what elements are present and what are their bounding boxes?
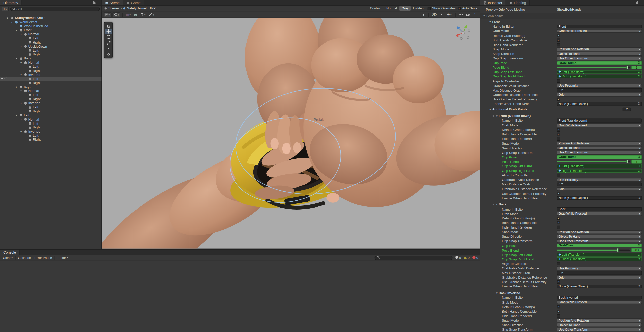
object-picker-icon[interactable]: ⊙	[638, 61, 640, 65]
dropdown-field[interactable]: Use Other Transform▾	[557, 328, 642, 331]
hierarchy-row-left[interactable]: Left	[0, 65, 101, 69]
object-picker-icon[interactable]: ⊙	[638, 169, 640, 172]
hierarchy-row-left[interactable]: Left	[0, 93, 101, 97]
2d-toggle-button[interactable]: 2D	[431, 12, 438, 17]
hierarchy-row-right[interactable]: Right	[0, 138, 101, 142]
dropdown-field[interactable]: Use Other Transform▾	[557, 151, 642, 154]
object-field[interactable]: ✛Right (Transform)⊙	[557, 169, 642, 173]
hierarchy-row-right[interactable]: Right	[0, 97, 101, 101]
foldout-icon[interactable]: ▾	[19, 101, 23, 105]
hierarchy-search[interactable]: ▾	[10, 7, 100, 11]
foldout-icon[interactable]: ▾	[495, 291, 499, 295]
object-field[interactable]: ✛Left (Transform)⊙	[557, 70, 642, 74]
grip-pose-field[interactable]: GrabClaw⊙	[557, 244, 642, 247]
text-field[interactable]: Front (Upside down)	[557, 119, 642, 122]
effects-toggle-button[interactable]: ★▾	[446, 12, 453, 17]
checkbox[interactable]: ✓	[557, 98, 560, 101]
checkbox[interactable]: ✓	[557, 34, 560, 37]
text-field[interactable]: Back Inverted	[557, 296, 642, 300]
drag-handle-icon[interactable]: ≡	[493, 115, 494, 117]
hierarchy-row-left[interactable]: Left	[0, 77, 101, 81]
dropdown-field[interactable]: Position And Rotation▾	[557, 230, 642, 234]
foldout-icon[interactable]: ▾	[19, 73, 23, 76]
audio-toggle-button[interactable]	[439, 12, 445, 17]
hierarchy-row-front[interactable]: ▾Front	[0, 28, 101, 32]
hierarchy-row-inverted[interactable]: ▾Inverted	[0, 73, 101, 77]
checkbox[interactable]: ✓	[557, 128, 560, 132]
dropdown-field[interactable]: Object To Hand▾	[557, 323, 642, 327]
object-field[interactable]: None (Game Object)⊙	[557, 196, 642, 200]
camera-settings-button[interactable]	[465, 12, 471, 17]
context-normal-button[interactable]: Normal	[384, 6, 399, 11]
snap-toggle-button[interactable]: ⊞	[133, 12, 138, 17]
console-search-input[interactable]	[381, 256, 450, 260]
dropdown-field[interactable]: Use Proximity▾	[557, 178, 642, 182]
pose-blend-slider[interactable]: 1	[557, 160, 642, 163]
object-picker-icon[interactable]: ⊙	[638, 253, 640, 256]
breadcrumb-scenes[interactable]: Scenes	[104, 7, 119, 10]
array-size-field[interactable]: 7	[623, 108, 631, 111]
slider-handle[interactable]	[626, 160, 628, 163]
grab-points-section-header[interactable]: ▾ Grab points	[480, 13, 644, 19]
scale-tool-button[interactable]	[105, 40, 112, 46]
dropdown-field[interactable]: Object To Hand▾	[557, 235, 642, 238]
inspector-menu-icon[interactable]: ⋮	[640, 1, 643, 5]
foldout-icon[interactable]: ▾	[15, 85, 18, 89]
hierarchy-row-normal[interactable]: ▾Normal	[0, 32, 101, 36]
console-log-area[interactable]	[0, 260, 480, 332]
tab-game[interactable]: Game	[123, 0, 144, 5]
scene-visibility-button[interactable]	[457, 12, 464, 17]
tab-scene[interactable]: Scene	[102, 0, 123, 5]
foldout-icon[interactable]: ▾	[15, 114, 18, 117]
foldout-icon[interactable]: ▾	[10, 20, 14, 24]
grip-pose-field[interactable]: GrabThumb⊙	[557, 61, 642, 65]
show-overrides-checkbox[interactable]	[428, 7, 431, 10]
shading-mode-button[interactable]: ◐	[421, 12, 426, 17]
drag-handle-icon[interactable]: ≡	[493, 203, 494, 206]
foldout-icon[interactable]: ▾	[19, 89, 23, 93]
checkbox[interactable]	[557, 226, 560, 229]
hierarchy-row-left[interactable]: Left	[0, 36, 101, 40]
object-picker-icon[interactable]: ⊙	[638, 70, 640, 74]
dropdown-field[interactable]: Grab While Pressed▾	[557, 29, 642, 33]
auto-save-checkbox[interactable]: ✓	[458, 7, 461, 10]
dropdown-field[interactable]: Use Proximity▾	[557, 266, 642, 270]
rotate-tool-button[interactable]	[105, 34, 112, 40]
pose-blend-slider[interactable]: 0.839	[557, 248, 642, 252]
object-field[interactable]: None (Game Object)⊙	[557, 102, 642, 106]
hierarchy-row-back[interactable]: ▾Back	[0, 57, 101, 61]
text-field[interactable]: 0.2	[557, 271, 642, 275]
hierarchy-search-input[interactable]	[18, 7, 98, 11]
slider-handle[interactable]	[626, 66, 628, 69]
rect-tool-button[interactable]	[105, 46, 112, 51]
hierarchy-row-right[interactable]: Right	[0, 53, 101, 57]
scene-3d-render[interactable]	[102, 18, 480, 248]
scene-orientation-gizmo[interactable]	[452, 21, 475, 44]
grid-visibility-button[interactable]: ▦▾	[125, 12, 132, 17]
dropdown-field[interactable]: Grab While Pressed▾	[557, 123, 642, 127]
grab-point-section-back-inverted[interactable]: ≡▾Back Inverted	[480, 290, 644, 295]
slider-track[interactable]	[557, 161, 630, 162]
hierarchy-row-left[interactable]: Left	[0, 121, 101, 126]
hierarchy-row-left[interactable]: Left	[0, 134, 101, 138]
dropdown-field[interactable]: Grab While Pressed▾	[557, 212, 642, 216]
hierarchy-row-inverted[interactable]: ▾Inverted	[0, 130, 101, 134]
grip-pose-field[interactable]: GrabThumb⊙	[557, 155, 642, 159]
object-field[interactable]: None (Game Object)⊙	[557, 285, 642, 288]
grab-point-section-front-upside-down[interactable]: ≡▾Front (Upside down)	[480, 114, 644, 118]
dropdown-field[interactable]: Position And Rotation▾	[557, 47, 642, 51]
object-picker-icon[interactable]: ⊙	[638, 244, 640, 247]
hierarchy-row-left[interactable]: Left	[0, 105, 101, 109]
scene-header-row[interactable]: ▾ SafetyHelmet_URP	[0, 16, 101, 20]
dropdown-field[interactable]: Object To Hand▾	[557, 52, 642, 56]
hierarchy-row-right[interactable]: Right	[0, 81, 101, 85]
object-field[interactable]: ✛Right (Transform)⊙	[557, 257, 642, 261]
checkbox[interactable]: ✓	[557, 38, 560, 42]
object-picker-icon[interactable]: ⊙	[638, 155, 640, 159]
dropdown-field[interactable]: Grip▾	[557, 276, 642, 279]
tab-inspector[interactable]: Inspector	[480, 0, 506, 5]
object-picker-icon[interactable]: ⊙	[638, 285, 640, 288]
show-overrides-toggle[interactable]: Show Overrides	[428, 7, 456, 10]
hierarchy-row-workhelmet[interactable]: ▾WorkHelmet	[0, 20, 101, 24]
foldout-icon[interactable]: ▾	[488, 20, 492, 23]
